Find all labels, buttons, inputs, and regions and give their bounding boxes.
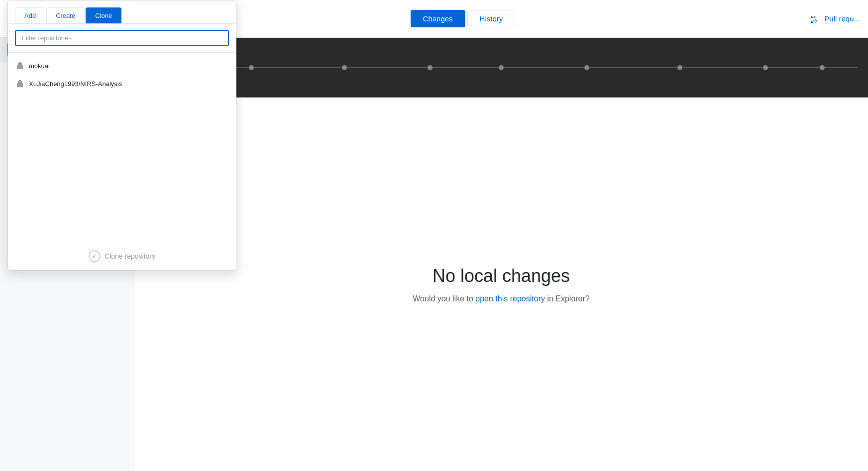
timeline-dot: [763, 65, 768, 70]
repo-name: XuJiaCheng1993/NIRS-Analysis: [29, 80, 122, 88]
clone-check-icon: ✓: [89, 250, 101, 262]
no-changes-subtitle: Would you like to open this repository i…: [413, 294, 589, 303]
no-changes-area: No local changes Would you like to open …: [134, 97, 868, 471]
timeline-dot: [499, 65, 504, 70]
dropdown-tab-create[interactable]: Create: [46, 7, 85, 23]
no-changes-sub-prefix: Would you like to: [413, 294, 475, 303]
left-panel: zhuyufei1997 Add Create Clone: [0, 38, 134, 471]
dropdown-tab-add[interactable]: Add: [15, 7, 45, 23]
timeline-dot: [584, 65, 589, 70]
lock-icon: [16, 80, 24, 88]
timeline-dot: [677, 65, 682, 70]
main-area: zhuyufei1997 Add Create Clone: [0, 38, 868, 471]
dropdown-tab-clone[interactable]: Clone: [86, 7, 121, 23]
tab-changes[interactable]: Changes: [411, 10, 465, 27]
clone-repo-label: Clone repository: [105, 252, 155, 260]
timeline-dot: [342, 65, 347, 70]
filter-repositories-input[interactable]: [15, 30, 229, 46]
clone-repository-button[interactable]: ✓ Clone repository: [89, 250, 155, 262]
no-changes-sub-suffix: in Explorer?: [545, 294, 590, 303]
pull-request-icon: [810, 14, 820, 23]
timeline-line: [144, 67, 858, 68]
filter-input-wrap: [8, 24, 236, 53]
pull-request-label: Pull requ...: [824, 14, 860, 23]
open-repository-link[interactable]: open this repository: [475, 294, 545, 303]
lock-icon: [16, 62, 24, 70]
dropdown-popup: Add Create Clone mokuai: [7, 0, 236, 271]
list-item[interactable]: mokuai: [8, 57, 236, 75]
timeline-bar: [134, 38, 868, 97]
timeline-dot: [428, 65, 433, 70]
no-changes-title: No local changes: [433, 266, 570, 286]
timeline-dot: [249, 65, 254, 70]
clone-footer: ✓ Clone repository: [8, 242, 236, 270]
dropdown-tabs: Add Create Clone: [8, 0, 236, 24]
repo-name: mokuai: [29, 62, 50, 70]
list-item[interactable]: XuJiaCheng1993/NIRS-Analysis: [8, 75, 236, 93]
repo-list: mokuai XuJiaCheng1993/NIRS-Analysis: [8, 53, 236, 242]
right-content: No local changes Would you like to open …: [134, 38, 868, 471]
pull-request-button[interactable]: Pull requ...: [810, 14, 860, 23]
tab-history[interactable]: History: [467, 10, 516, 27]
timeline-dot: [820, 65, 825, 70]
